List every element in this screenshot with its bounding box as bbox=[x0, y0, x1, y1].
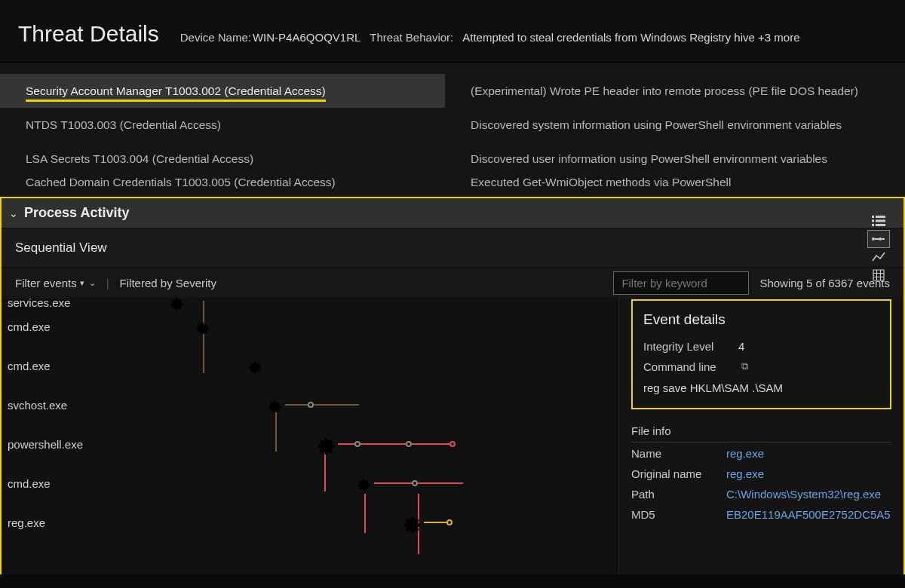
process-row[interactable]: cmd.exe bbox=[2, 307, 618, 346]
process-row[interactable]: services.exe bbox=[2, 298, 618, 307]
view-icons bbox=[867, 212, 890, 284]
svg-point-2 bbox=[879, 237, 882, 240]
filter-toolbar: Filter events ▾ ⌄ | Filtered by Severity… bbox=[2, 268, 903, 298]
svg-point-0 bbox=[872, 237, 875, 240]
technique-item[interactable]: Cached Domain Credentials T1003.005 (Cre… bbox=[0, 176, 445, 197]
threat-behavior-value[interactable]: Attempted to steal credentials from Wind… bbox=[462, 31, 799, 44]
file-info-row: Original namereg.exe bbox=[631, 467, 891, 480]
gear-icon bbox=[247, 358, 262, 373]
gear-icon bbox=[315, 433, 336, 455]
sequential-view-label[interactable]: Sequential View bbox=[15, 240, 107, 256]
event-count-text: Showing 5 of 6367 events bbox=[759, 277, 890, 289]
technique-item[interactable]: LSA Secrets T1003.004 (Credential Access… bbox=[0, 142, 445, 176]
keyword-filter-input[interactable] bbox=[613, 271, 749, 295]
file-info-key: Path bbox=[631, 488, 713, 501]
file-info-heading: File info bbox=[631, 424, 891, 443]
chevron-down-icon[interactable]: ⌄ bbox=[9, 207, 18, 219]
process-name: powershell.exe bbox=[8, 438, 83, 451]
process-row[interactable]: cmd.exe bbox=[2, 346, 618, 385]
gear-icon bbox=[356, 476, 371, 491]
event-details-box: Event details Integrity Level 4 Command … bbox=[631, 299, 891, 409]
event-details-column: ✕ Event details Integrity Level 4 Comman… bbox=[618, 298, 903, 574]
device-name-label: Device Name: bbox=[180, 31, 251, 44]
file-info-row: MD5EB20E119AAF500E2752DC5A5 bbox=[631, 508, 891, 521]
svg-rect-3 bbox=[882, 238, 885, 240]
technique-item[interactable]: Security Account Manager T1003.002 (Cred… bbox=[0, 74, 445, 108]
process-row[interactable]: reg.exe bbox=[2, 503, 618, 542]
technique-item[interactable]: Discovered system information using Powe… bbox=[445, 108, 905, 142]
file-info-value[interactable]: C:\Windows\System32\reg.exe bbox=[726, 488, 881, 501]
graph-view-icon[interactable] bbox=[867, 248, 890, 266]
technique-item[interactable] bbox=[445, 63, 905, 74]
svg-rect-1 bbox=[875, 238, 879, 240]
filtered-by-label[interactable]: Filtered by Severity bbox=[120, 277, 216, 289]
process-name: cmd.exe bbox=[8, 477, 51, 490]
file-info-value[interactable]: reg.exe bbox=[726, 467, 764, 480]
process-name: reg.exe bbox=[8, 516, 45, 529]
process-activity-title: Process Activity bbox=[24, 205, 129, 221]
process-row[interactable]: powershell.exe bbox=[2, 424, 618, 464]
technique-lists: Security Account Manager T1003.002 (Cred… bbox=[0, 63, 905, 197]
command-line-label: Command line bbox=[643, 360, 725, 374]
chevron-down-icon: ⌄ bbox=[89, 278, 96, 288]
file-info-value[interactable]: reg.exe bbox=[726, 447, 764, 460]
event-details-title: Event details bbox=[643, 311, 879, 328]
technique-item[interactable]: Discovered user information using PowerS… bbox=[445, 142, 905, 176]
integrity-level-label: Integrity Level bbox=[643, 340, 725, 353]
technique-item[interactable]: NTDS T1003.003 (Credential Access) bbox=[0, 108, 445, 142]
process-tree[interactable]: services.execmd.execmd.exesvchost.exepow… bbox=[2, 298, 618, 574]
technique-item[interactable] bbox=[0, 63, 445, 74]
file-info-key: Original name bbox=[631, 467, 713, 480]
file-info-row: PathC:\Windows\System32\reg.exe bbox=[631, 488, 891, 501]
process-name: svchost.exe bbox=[8, 399, 67, 412]
copy-icon[interactable]: ⧉ bbox=[741, 360, 748, 374]
process-activity-header[interactable]: ⌄ Process Activity bbox=[2, 198, 903, 228]
page-title: Threat Details bbox=[18, 21, 159, 47]
process-row[interactable]: svchost.exe bbox=[2, 385, 618, 424]
process-row[interactable]: cmd.exe bbox=[2, 464, 618, 503]
file-info-row: Namereg.exe bbox=[631, 447, 891, 460]
technique-item[interactable]: (Experimental) Wrote PE header into remo… bbox=[445, 74, 905, 108]
view-mode-row: Sequential View bbox=[2, 228, 903, 268]
command-line-value: reg save HKLM\SAM .\SAM bbox=[643, 381, 879, 394]
filter-events-dropdown[interactable]: Filter events ▾ ⌄ bbox=[15, 277, 96, 289]
timeline-view-icon[interactable] bbox=[867, 230, 890, 248]
process-name: cmd.exe bbox=[8, 360, 51, 372]
file-info-key: Name bbox=[631, 447, 713, 460]
gear-icon bbox=[401, 512, 422, 533]
technique-item[interactable]: Executed Get-WmiObject methods via Power… bbox=[445, 176, 905, 197]
page-header: Threat Details Device Name:WIN-P4A6QOQV1… bbox=[0, 0, 905, 63]
filter-icon: ▾ bbox=[80, 278, 84, 288]
file-info-value[interactable]: EB20E119AAF500E2752DC5A5 bbox=[726, 508, 891, 521]
gear-icon bbox=[267, 397, 282, 412]
list-view-icon[interactable] bbox=[867, 212, 890, 230]
file-info-key: MD5 bbox=[631, 508, 713, 521]
threat-behavior-label: Threat Behavior: bbox=[370, 31, 453, 44]
integrity-level-value: 4 bbox=[738, 340, 744, 353]
device-name-value: WIN-P4A6QOQV1RL bbox=[253, 31, 360, 44]
process-activity-panel: ⌄ Process Activity Sequential View Filte… bbox=[0, 197, 905, 574]
process-name: cmd.exe bbox=[8, 320, 51, 333]
gear-icon bbox=[195, 319, 210, 334]
